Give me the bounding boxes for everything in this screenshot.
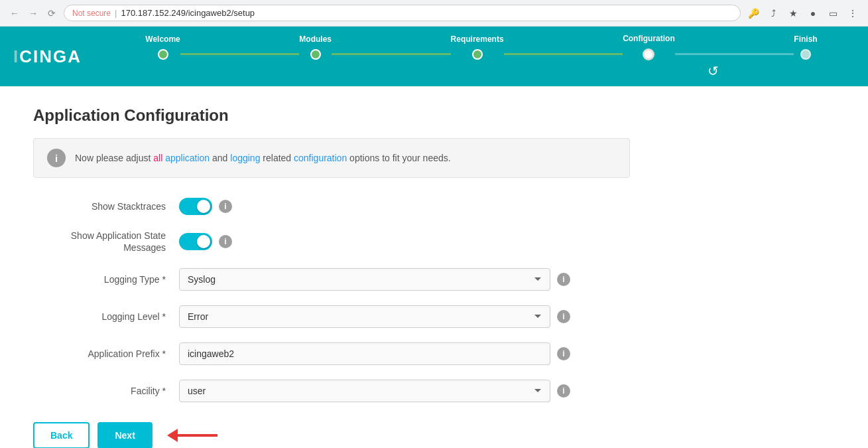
step-welcome-dot: [158, 49, 168, 60]
step-welcome-label: Welcome: [145, 35, 180, 44]
star-icon[interactable]: ★: [786, 6, 800, 21]
app-prefix-row: Application Prefix * i: [33, 342, 630, 365]
address-bar[interactable]: Not secure | 170.187.152.249/icingaweb2/…: [64, 5, 741, 21]
show-app-state-toggle[interactable]: [179, 233, 212, 250]
step-finish-label: Finish: [794, 35, 817, 44]
arrow-head: [167, 429, 178, 442]
connector-2: [332, 53, 451, 55]
reload-btn[interactable]: ⟳: [45, 7, 58, 20]
app-prefix-control: i: [179, 342, 570, 365]
logging-type-row: Logging Type * Syslog File None i: [33, 268, 630, 291]
logging-type-select[interactable]: Syslog File None: [179, 268, 550, 291]
step-requirements-dot: [472, 49, 483, 60]
show-app-state-row: Show Application StateMessages i: [33, 230, 630, 254]
step-configuration: Configuration: [623, 34, 675, 60]
step-modules-label: Modules: [299, 35, 332, 44]
show-stacktraces-label: Show Stacktraces: [33, 201, 166, 212]
app-prefix-label: Application Prefix *: [33, 348, 166, 359]
facility-select[interactable]: user auth cron daemon kern: [179, 380, 550, 402]
facility-row: Facility * user auth cron daemon kern i: [33, 380, 630, 402]
menu-icon[interactable]: ⋮: [845, 6, 860, 21]
show-app-state-info-icon[interactable]: i: [219, 235, 232, 248]
profile-icon[interactable]: ●: [806, 6, 820, 21]
next-button[interactable]: Next: [97, 422, 152, 448]
show-stacktraces-info-icon[interactable]: i: [219, 200, 232, 213]
top-nav: iCINGA Welcome Modules Requirements: [0, 27, 868, 86]
info-text: Now please adjust all application and lo…: [75, 151, 451, 165]
facility-label: Facility *: [33, 386, 166, 396]
logo-area: iCINGA: [0, 46, 95, 67]
logging-level-control: Error Critical Warning Information Debug…: [179, 305, 570, 328]
step-finish: Finish: [794, 35, 817, 60]
logging-type-info-icon[interactable]: i: [557, 273, 570, 286]
key-icon[interactable]: 🔑: [746, 6, 761, 21]
logging-level-label: Logging Level *: [33, 311, 166, 322]
connector-4: [675, 53, 794, 55]
main-content: Application Configuration i Now please a…: [0, 86, 663, 448]
arrow-shaft: [178, 434, 217, 437]
step-configuration-label: Configuration: [623, 34, 675, 43]
step-requirements: Requirements: [451, 35, 504, 60]
logging-level-row: Logging Level * Error Critical Warning I…: [33, 305, 630, 328]
share-icon[interactable]: ⤴: [766, 6, 780, 21]
arrow-indicator: [167, 429, 217, 442]
logging-type-label: Logging Type *: [33, 274, 166, 285]
show-stacktraces-toggle[interactable]: [179, 198, 212, 215]
logo: iCINGA: [13, 46, 82, 67]
not-secure-label: Not secure: [72, 9, 111, 18]
step-configuration-dot: [643, 48, 654, 60]
facility-control: user auth cron daemon kern i: [179, 380, 570, 402]
page-title: Application Configuration: [33, 106, 630, 125]
logging-level-info-icon[interactable]: i: [557, 310, 570, 323]
show-stacktraces-control: i: [179, 198, 232, 215]
step-welcome: Welcome: [145, 35, 180, 60]
back-button[interactable]: Back: [33, 422, 90, 448]
browser-actions: 🔑 ⤴ ★ ● ▭ ⋮: [746, 6, 860, 21]
show-app-state-label: Show Application StateMessages: [33, 230, 166, 254]
info-icon: i: [47, 149, 66, 167]
browser-chrome: ← → ⟳ Not secure | 170.187.152.249/icing…: [0, 0, 868, 27]
connector-3: [504, 53, 623, 55]
show-stacktraces-row: Show Stacktraces i: [33, 198, 630, 215]
connector-1: [180, 53, 300, 55]
step-modules-dot: [310, 49, 321, 60]
app-prefix-info-icon[interactable]: i: [557, 347, 570, 360]
url-text: 170.187.152.249/icingaweb2/setup: [121, 8, 255, 18]
facility-info-icon[interactable]: i: [557, 384, 570, 398]
step-modules: Modules: [299, 35, 332, 60]
logging-type-control: Syslog File None i: [179, 268, 570, 291]
extension-icon[interactable]: ▭: [826, 6, 840, 21]
info-box: i Now please adjust all application and …: [33, 138, 630, 178]
step-requirements-label: Requirements: [451, 35, 504, 44]
logging-level-select[interactable]: Error Critical Warning Information Debug: [179, 305, 550, 328]
button-area: Back Next: [33, 422, 630, 448]
app-prefix-input[interactable]: [179, 342, 550, 365]
step-back-arrows: ↺: [708, 63, 719, 79]
back-nav-btn[interactable]: ←: [8, 7, 21, 20]
show-app-state-control: i: [179, 233, 232, 250]
forward-nav-btn[interactable]: →: [27, 7, 40, 20]
step-finish-dot: [800, 49, 811, 60]
progress-bar: Welcome Modules Requirements Configurati…: [145, 34, 817, 60]
